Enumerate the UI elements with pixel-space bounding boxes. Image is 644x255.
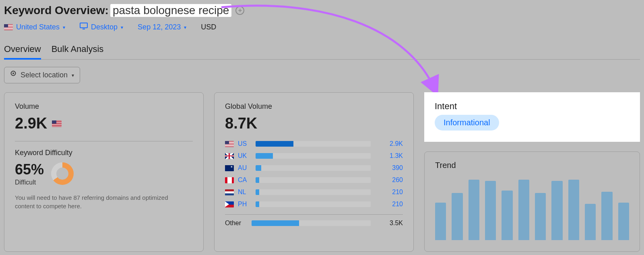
currency-label: USD	[201, 23, 216, 31]
bar-fill	[256, 201, 259, 207]
title-prefix: Keyword Overview:	[4, 4, 109, 17]
volume-label: Volume	[15, 102, 193, 111]
us-flag-icon	[4, 24, 13, 30]
country-code-link[interactable]: UK	[238, 152, 252, 160]
ca-flag-icon	[225, 177, 234, 183]
divider	[225, 214, 403, 215]
chevron-down-icon: ▾	[72, 73, 74, 78]
gv-row-nl: NL210	[225, 186, 403, 198]
bar-track	[256, 189, 371, 195]
kd-label: Keyword Difficulty	[15, 149, 193, 157]
tab-bulk-analysis[interactable]: Bulk Analysis	[52, 43, 104, 59]
gv-row-ph: PH210	[225, 198, 403, 210]
kd-level: Difficult	[15, 179, 44, 186]
trend-bar	[518, 180, 529, 240]
us-flag-icon	[52, 120, 62, 127]
gv-row-au: AU390	[225, 162, 403, 174]
device-filter-label: Desktop	[91, 23, 118, 31]
chevron-down-icon: ▾	[63, 25, 65, 30]
country-volume-link[interactable]: 210	[375, 189, 403, 196]
bar-fill	[256, 165, 261, 171]
volume-card: Volume 2.9K Keyword Difficulty 65% Diffi…	[4, 92, 204, 252]
chevron-down-icon: ▾	[121, 25, 123, 30]
bar-fill	[256, 153, 273, 159]
country-code-link[interactable]: AU	[238, 164, 252, 172]
kd-note: You will need to have 87 referring domai…	[15, 193, 188, 210]
other-label: Other	[225, 220, 248, 227]
pin-icon	[10, 70, 17, 80]
bar-track	[252, 220, 371, 226]
country-volume-link[interactable]: 210	[375, 201, 403, 208]
gv-row-us: US2.9K	[225, 138, 403, 150]
uk-flag-icon	[225, 153, 234, 159]
date-filter-label: Sep 12, 2023	[138, 23, 181, 31]
country-filter-label: United States	[16, 23, 60, 31]
ph-flag-icon	[225, 201, 234, 207]
kd-row: 65% Difficult	[15, 161, 193, 186]
country-code-link[interactable]: US	[238, 140, 252, 147]
desktop-icon	[80, 23, 88, 32]
trend-bar	[601, 192, 612, 240]
kd-donut-chart	[51, 162, 74, 185]
country-filter[interactable]: United States ▾	[4, 23, 65, 31]
device-filter[interactable]: Desktop ▾	[80, 23, 123, 32]
au-flag-icon	[225, 165, 234, 171]
country-volume-link[interactable]: 260	[375, 176, 403, 184]
tabs: Overview Bulk Analysis	[4, 43, 640, 60]
country-code-link[interactable]: NL	[238, 189, 252, 196]
bar-fill	[256, 141, 293, 147]
us-flag-icon	[225, 141, 234, 147]
trend-label: Trend	[435, 161, 629, 170]
bar-track	[256, 141, 371, 147]
add-keyword-icon[interactable]: +	[235, 6, 244, 15]
volume-value: 2.9K	[15, 115, 47, 132]
trend-bar	[502, 191, 512, 240]
intent-card: Intent Informational	[424, 92, 640, 142]
keyword-text: pasta bolognese recipe	[110, 4, 232, 17]
gv-row-ca: CA260	[225, 174, 403, 186]
other-volume: 3.5K	[375, 220, 403, 227]
country-code-link[interactable]: CA	[238, 176, 252, 184]
trend-bar	[469, 180, 479, 240]
global-volume-label: Global Volume	[225, 102, 403, 111]
svg-rect-1	[83, 29, 85, 29]
chevron-down-icon: ▾	[184, 25, 186, 30]
trend-chart	[435, 180, 629, 240]
trend-card: Trend	[424, 151, 640, 252]
kd-percent: 65%	[15, 161, 44, 178]
trend-bar	[618, 203, 629, 240]
page-title: Keyword Overview: pasta bolognese recipe…	[4, 4, 640, 17]
select-location-button[interactable]: Select location ▾	[4, 67, 80, 83]
bar-track	[256, 153, 371, 159]
svg-rect-0	[80, 23, 87, 28]
bar-track	[256, 177, 371, 183]
country-volume-link[interactable]: 390	[375, 164, 403, 172]
bar-track	[256, 165, 371, 171]
trend-bar	[585, 204, 596, 240]
gv-row-other: Other3.5K	[225, 217, 403, 229]
trend-bar	[568, 180, 579, 240]
intent-label: Intent	[435, 101, 630, 112]
country-code-link[interactable]: PH	[238, 201, 252, 208]
country-volume-link[interactable]: 1.3K	[375, 152, 403, 160]
tab-overview[interactable]: Overview	[4, 43, 41, 59]
nl-flag-icon	[225, 189, 234, 195]
volume-value-row: 2.9K	[15, 115, 193, 132]
trend-bar	[435, 203, 446, 240]
date-filter[interactable]: Sep 12, 2023 ▾	[138, 23, 186, 31]
kd-left: 65% Difficult	[15, 161, 44, 186]
gv-row-uk: UK1.3K	[225, 150, 403, 162]
select-location-label: Select location	[21, 71, 68, 79]
global-volume-list: US2.9KUK1.3KAU390CA260NL210PH210Other3.5…	[225, 138, 403, 229]
divider	[15, 141, 193, 141]
svg-point-3	[12, 73, 14, 74]
filters-row: United States ▾ Desktop ▾ Sep 12, 2023 ▾…	[4, 23, 640, 32]
trend-bar	[452, 193, 462, 240]
global-volume-card: Global Volume 8.7K US2.9KUK1.3KAU390CA26…	[214, 92, 414, 252]
country-volume-link[interactable]: 2.9K	[375, 140, 403, 147]
bar-fill	[256, 189, 259, 195]
global-volume-value: 8.7K	[225, 115, 403, 132]
bar-track	[256, 201, 371, 207]
intent-badge[interactable]: Informational	[435, 115, 499, 131]
cards-row: Volume 2.9K Keyword Difficulty 65% Diffi…	[4, 92, 640, 252]
